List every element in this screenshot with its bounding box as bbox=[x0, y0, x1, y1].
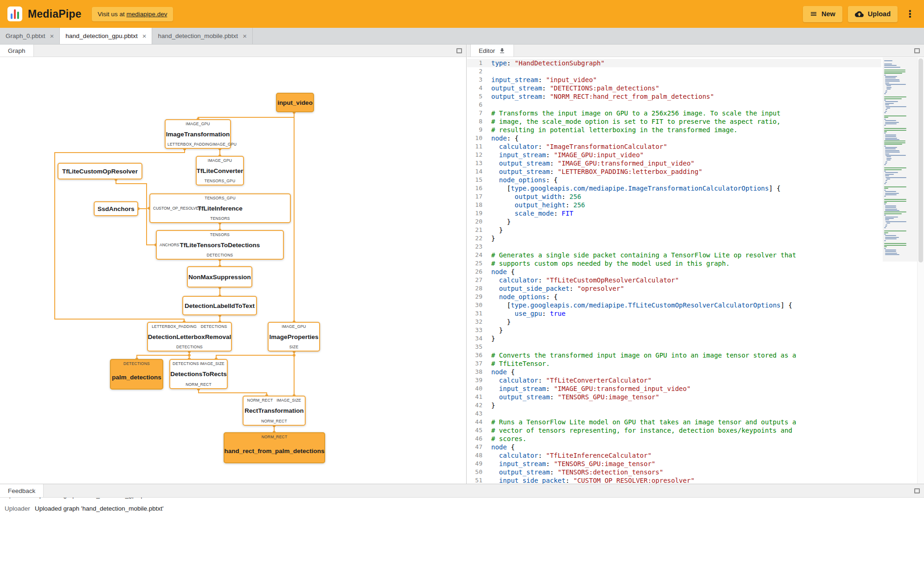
feedback-tab-label: Feedback bbox=[8, 487, 35, 494]
graph-node-TfLiteTensorsToDetections[interactable]: TENSORSTfLiteTensorsToDetectionsDETECTIO… bbox=[156, 230, 284, 260]
code-line[interactable]: 29 node_options: { bbox=[467, 293, 881, 301]
code-line[interactable]: 2 bbox=[467, 67, 881, 76]
minimap-bar bbox=[886, 108, 890, 109]
code-line[interactable]: 24# Generates a single side packet conta… bbox=[467, 251, 881, 259]
code-line[interactable]: 22} bbox=[467, 234, 881, 243]
code-line[interactable]: 20 } bbox=[467, 218, 881, 226]
code-line[interactable]: 12 input_stream: "IMAGE_GPU:input_video" bbox=[467, 151, 881, 159]
code-line[interactable]: 48 calculator: "TfLiteInferenceCalculato… bbox=[467, 451, 881, 460]
file-tab[interactable]: Graph_0.pbtxt× bbox=[0, 28, 60, 44]
code-line[interactable]: 35 bbox=[467, 343, 881, 351]
code-line[interactable]: 5output_stream: "NORM_RECT:hand_rect_fro… bbox=[467, 92, 881, 101]
line-number: 30 bbox=[467, 301, 491, 309]
code-line[interactable]: 50 output_stream: "TENSORS:detection_ten… bbox=[467, 468, 881, 476]
code-line[interactable]: 25# supports custom ops needed by the mo… bbox=[467, 259, 881, 268]
minimap[interactable] bbox=[883, 58, 917, 484]
code-line[interactable]: 27 calculator: "TfLiteCustomOpResolverCa… bbox=[467, 276, 881, 284]
code-line[interactable]: 13 output_stream: "IMAGE_GPU:transformed… bbox=[467, 159, 881, 167]
code-line[interactable]: 37# TfLiteTensor. bbox=[467, 359, 881, 368]
download-icon[interactable] bbox=[499, 47, 506, 54]
code-line[interactable]: 32 } bbox=[467, 318, 881, 326]
tab-editor[interactable]: Editor bbox=[470, 45, 514, 57]
tab-feedback[interactable]: Feedback bbox=[0, 484, 44, 497]
code-line[interactable]: 21 } bbox=[467, 226, 881, 234]
close-tab-icon[interactable]: × bbox=[50, 32, 54, 39]
close-tab-icon[interactable]: × bbox=[243, 32, 247, 39]
code-line[interactable]: 15 node_options: { bbox=[467, 176, 881, 184]
code-line[interactable]: 18 output_height: 256 bbox=[467, 201, 881, 209]
code-line[interactable]: 40 input_stream: "IMAGE_GPU:transformed_… bbox=[467, 384, 881, 393]
visit-link[interactable]: mediapipe.dev bbox=[127, 11, 167, 18]
code-line[interactable]: 43 bbox=[467, 410, 881, 418]
graph-node-palm_detections[interactable]: DETECTIONSpalm_detections bbox=[110, 359, 163, 390]
code-line[interactable]: 47node { bbox=[467, 443, 881, 451]
code-line[interactable]: 44# Runs a TensorFlow Lite model on GPU … bbox=[467, 418, 881, 426]
code-line[interactable]: 10node: { bbox=[467, 134, 881, 142]
new-button[interactable]: New bbox=[803, 6, 842, 22]
code-line[interactable]: 7# Transforms the input image on GPU to … bbox=[467, 109, 881, 117]
graph-node-RectTransformation[interactable]: NORM_RECTIMAGE_SIZERectTransformationNOR… bbox=[243, 396, 306, 426]
node-name: ImageTransformation bbox=[166, 126, 230, 142]
code-line[interactable]: 23 bbox=[467, 243, 881, 251]
file-tab[interactable]: hand_detection_mobile.pbtxt× bbox=[152, 28, 252, 44]
code-line[interactable]: 33 } bbox=[467, 326, 881, 334]
code-line[interactable]: 34} bbox=[467, 334, 881, 343]
code-line[interactable]: 31 use_gpu: true bbox=[467, 309, 881, 318]
minimap-bar bbox=[884, 130, 906, 131]
graph-node-DetectionsToRects[interactable]: DETECTIONSIMAGE_SIZEDetectionsToRectsNOR… bbox=[169, 359, 228, 389]
code-line[interactable]: 51 input_side_packet: "CUSTOM_OP_RESOLVE… bbox=[467, 476, 881, 484]
code-line[interactable]: 26node { bbox=[467, 268, 881, 276]
code-line[interactable]: 6 bbox=[467, 101, 881, 109]
code-line[interactable]: 30 [type.googleapis.com/mediapipe.TfLite… bbox=[467, 301, 881, 309]
code-line[interactable]: 11 calculator: "ImageTransformationCalcu… bbox=[467, 142, 881, 151]
code-line[interactable]: 38node { bbox=[467, 368, 881, 376]
graph-node-DetectionLetterboxRemoval[interactable]: LETTERBOX_PADDINGDETECTIONSDetectionLett… bbox=[147, 322, 232, 352]
code-line[interactable]: 45# vector of tensors representing, for … bbox=[467, 426, 881, 435]
code-line[interactable]: 9# resulting in potential letterboxing i… bbox=[467, 126, 881, 134]
code-line[interactable]: 14 output_stream: "LETTERBOX_PADDING:let… bbox=[467, 167, 881, 176]
code-line[interactable]: 49 input_stream: "TENSORS_GPU:image_tens… bbox=[467, 460, 881, 468]
line-number: 14 bbox=[467, 167, 491, 176]
file-tab[interactable]: hand_detection_gpu.pbtxt× bbox=[60, 28, 152, 44]
code-line[interactable]: 1type: "HandDetectionSubgraph" bbox=[467, 59, 881, 67]
upload-button[interactable]: Upload bbox=[848, 6, 898, 22]
graph-node-TfLiteCustomOpResolver[interactable]: TfLiteCustomOpResolver bbox=[58, 163, 142, 179]
graph-node-ImageTransformation[interactable]: IMAGE_GPUImageTransformationLETTERBOX_PA… bbox=[165, 119, 231, 149]
code-line[interactable]: 41 output_stream: "TENSORS_GPU:image_ten… bbox=[467, 393, 881, 401]
close-tab-icon[interactable]: × bbox=[142, 32, 147, 39]
code-line[interactable]: 39 calculator: "TfLiteConverterCalculato… bbox=[467, 376, 881, 384]
code-line[interactable]: 19 scale_mode: FIT bbox=[467, 209, 881, 218]
edge-line bbox=[216, 355, 294, 359]
code-line[interactable]: 16 [type.googleapis.com/mediapipe.ImageT… bbox=[467, 184, 881, 192]
code-line[interactable]: 46# scores. bbox=[467, 435, 881, 443]
maximize-graph-icon[interactable] bbox=[456, 48, 462, 53]
editor-scrollbar-thumb[interactable] bbox=[918, 58, 923, 262]
maximize-feedback-icon[interactable] bbox=[914, 488, 920, 493]
graph-node-DetectionLabelIdToText[interactable]: DetectionLabelIdToText bbox=[182, 296, 257, 315]
graph-node-ImageProperties[interactable]: IMAGE_GPUImagePropertiesSIZE bbox=[268, 322, 320, 352]
code-text: } bbox=[491, 234, 495, 243]
maximize-editor-icon[interactable] bbox=[914, 48, 920, 53]
graph-canvas[interactable]: input_videoIMAGE_GPUImageTransformationL… bbox=[0, 58, 466, 484]
graph-node-SsdAnchors[interactable]: SsdAnchors bbox=[94, 201, 138, 216]
tab-graph[interactable]: Graph bbox=[0, 45, 34, 57]
code-line[interactable]: 4output_stream: "DETECTIONS:palm_detecti… bbox=[467, 84, 881, 92]
graph-node-TfLiteInference[interactable]: TENSORS_GPUTfLiteInferenceTENSORSCUSTOM_… bbox=[149, 193, 291, 223]
graph-node-hand_rect_from_palm_detections[interactable]: NORM_RECThand_rect_from_palm_detections bbox=[224, 432, 325, 463]
code-line[interactable]: 17 output_width: 256 bbox=[467, 192, 881, 201]
line-number: 48 bbox=[467, 451, 491, 460]
graph-node-input_video[interactable]: input_video bbox=[276, 93, 314, 112]
code-line[interactable]: 42} bbox=[467, 401, 881, 410]
graph-node-TfLiteConverter[interactable]: IMAGE_GPUTfLiteConverterTENSORS_GPU bbox=[196, 156, 244, 186]
code-area[interactable]: 1type: "HandDetectionSubgraph"23input_st… bbox=[467, 58, 881, 484]
kebab-menu-icon[interactable]: ⋮ bbox=[903, 8, 917, 19]
code-line[interactable]: 3input_stream: "input_video" bbox=[467, 76, 881, 84]
line-number: 31 bbox=[467, 309, 491, 318]
graph-node-NonMaxSuppression[interactable]: NonMaxSuppression bbox=[187, 266, 252, 288]
code-line[interactable]: 28 output_side_packet: "opresolver" bbox=[467, 284, 881, 293]
line-number: 22 bbox=[467, 234, 491, 243]
code-line[interactable]: 8# image, the scale_mode option is set t… bbox=[467, 117, 881, 126]
code-line[interactable]: 36# Converts the transformed input image… bbox=[467, 351, 881, 359]
editor-scrollbar[interactable] bbox=[917, 58, 924, 484]
node-top-ports: TENSORS_GPU bbox=[150, 194, 290, 200]
